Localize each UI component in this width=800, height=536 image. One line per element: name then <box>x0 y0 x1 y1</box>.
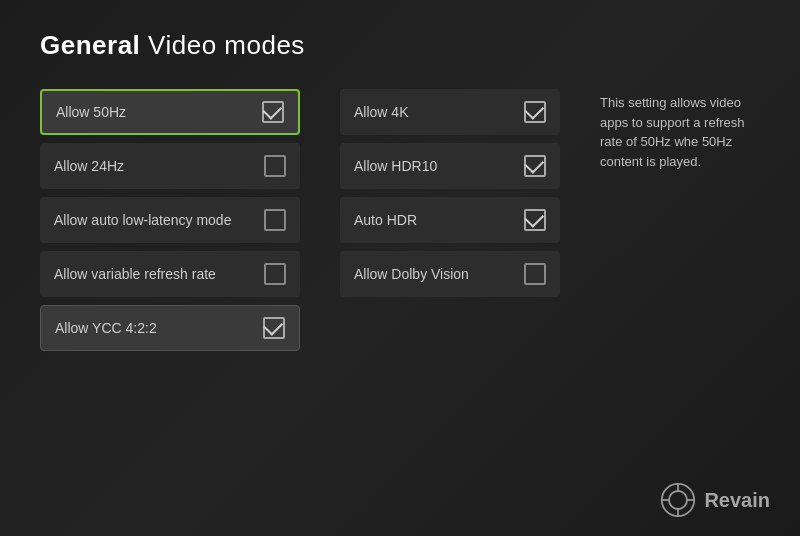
checkbox-allow-variable-refresh[interactable] <box>264 263 286 285</box>
setting-label-allow-auto-low-latency: Allow auto low-latency mode <box>54 212 231 228</box>
description-text: This setting allows video apps to suppor… <box>600 93 760 171</box>
setting-label-allow-hdr10: Allow HDR10 <box>354 158 437 174</box>
setting-allow-ycc[interactable]: Allow YCC 4:2:2 <box>40 305 300 351</box>
setting-allow-auto-low-latency[interactable]: Allow auto low-latency mode <box>40 197 300 243</box>
revain-watermark: Revain <box>660 482 770 518</box>
setting-label-allow-50hz: Allow 50Hz <box>56 104 126 120</box>
setting-label-allow-ycc: Allow YCC 4:2:2 <box>55 320 157 336</box>
checkbox-auto-hdr[interactable] <box>524 209 546 231</box>
checkbox-allow-hdr10[interactable] <box>524 155 546 177</box>
setting-label-allow-4k: Allow 4K <box>354 104 408 120</box>
revain-brand-text: Revain <box>704 489 770 512</box>
checkbox-allow-4k[interactable] <box>524 101 546 123</box>
setting-label-allow-dolby-vision: Allow Dolby Vision <box>354 266 469 282</box>
setting-allow-variable-refresh[interactable]: Allow variable refresh rate <box>40 251 300 297</box>
setting-allow-dolby-vision[interactable]: Allow Dolby Vision <box>340 251 560 297</box>
checkbox-allow-50hz[interactable] <box>262 101 284 123</box>
content-area: Allow 50Hz Allow 24Hz Allow auto low-lat… <box>40 89 760 351</box>
svg-point-1 <box>669 491 687 509</box>
setting-allow-4k[interactable]: Allow 4K <box>340 89 560 135</box>
setting-auto-hdr[interactable]: Auto HDR <box>340 197 560 243</box>
header-title-text: Video modes <box>148 30 305 60</box>
revain-logo-icon <box>660 482 696 518</box>
header-category: General <box>40 30 140 60</box>
description-area: This setting allows video apps to suppor… <box>580 89 760 351</box>
page: General Video modes Allow 50Hz Allow 24H… <box>0 0 800 536</box>
page-title: General Video modes <box>40 30 760 61</box>
setting-label-auto-hdr: Auto HDR <box>354 212 417 228</box>
setting-allow-hdr10[interactable]: Allow HDR10 <box>340 143 560 189</box>
checkbox-allow-auto-low-latency[interactable] <box>264 209 286 231</box>
checkbox-allow-ycc[interactable] <box>263 317 285 339</box>
setting-allow-24hz[interactable]: Allow 24Hz <box>40 143 300 189</box>
setting-label-allow-variable-refresh: Allow variable refresh rate <box>54 266 216 282</box>
right-column: Allow 4K Allow HDR10 Auto HDR Allow Dolb… <box>340 89 560 351</box>
checkbox-allow-24hz[interactable] <box>264 155 286 177</box>
header: General Video modes <box>40 30 760 61</box>
left-column: Allow 50Hz Allow 24Hz Allow auto low-lat… <box>40 89 300 351</box>
checkbox-allow-dolby-vision[interactable] <box>524 263 546 285</box>
setting-label-allow-24hz: Allow 24Hz <box>54 158 124 174</box>
setting-allow-50hz[interactable]: Allow 50Hz <box>40 89 300 135</box>
